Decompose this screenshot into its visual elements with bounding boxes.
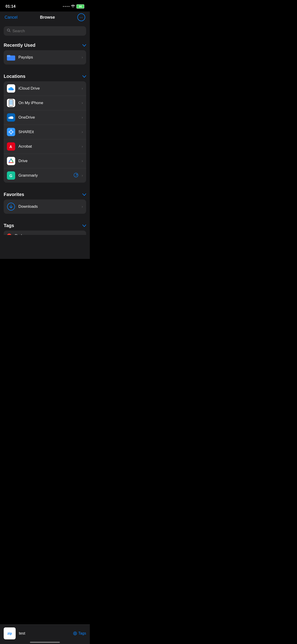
drive-label: Drive	[18, 159, 80, 163]
svg-point-6	[11, 106, 12, 106]
locations-section: Locations	[0, 70, 90, 183]
locations-chevron[interactable]	[82, 74, 86, 79]
svg-rect-3	[7, 55, 10, 57]
chevron-right-icon: ›	[82, 174, 83, 178]
list-item[interactable]: A Acrobat ›	[4, 139, 86, 154]
locations-title: Locations	[4, 74, 25, 79]
page-title: Browse	[40, 15, 55, 20]
favorites-list: Downloads ›	[4, 200, 86, 214]
locations-header: Locations	[0, 70, 90, 81]
chevron-right-icon: ›	[82, 144, 83, 148]
chevron-right-icon: ›	[82, 116, 83, 120]
list-item[interactable]: Payslips ›	[4, 50, 86, 64]
chevron-right-icon: ›	[82, 86, 83, 90]
list-item[interactable]: OneDrive ›	[4, 110, 86, 125]
svg-rect-5	[10, 100, 13, 105]
status-bar: 01:14 94	[0, 0, 90, 12]
recently-used-title: Recently Used	[4, 42, 36, 48]
tags-list: Red ›	[4, 230, 86, 235]
wifi-icon	[71, 4, 75, 8]
list-item[interactable]: Drive ›	[4, 154, 86, 168]
onedrive-icon	[7, 113, 15, 122]
payslips-label: Payslips	[18, 55, 80, 60]
favorites-chevron[interactable]	[82, 192, 86, 197]
search-bar[interactable]	[4, 26, 86, 36]
recently-used-header: Recently Used	[0, 40, 90, 50]
status-time: 01:14	[6, 4, 16, 9]
list-item[interactable]: On My iPhone ›	[4, 96, 86, 110]
grammarly-badges: ! ›	[74, 172, 83, 179]
on-my-iphone-label: On My iPhone	[18, 101, 80, 105]
tags-chevron[interactable]	[82, 223, 86, 228]
shareit-icon	[7, 128, 15, 136]
main-content: Recently Used Payslips ›	[0, 24, 90, 259]
tags-section: Tags Red ›	[0, 220, 90, 235]
navigation-bar: Cancel Browse ···	[0, 12, 90, 24]
tags-header: Tags	[0, 220, 90, 230]
list-item[interactable]: iCloud Drive ›	[4, 81, 86, 96]
ellipsis-icon: ···	[80, 15, 83, 20]
shareit-label: SHAREit	[18, 130, 80, 134]
iphone-device-icon	[7, 99, 15, 107]
acrobat-icon: A	[7, 142, 15, 151]
chevron-right-icon: ›	[82, 234, 83, 235]
favorites-section: Favorites Downloads ›	[0, 189, 90, 214]
svg-text:G: G	[10, 174, 12, 178]
acrobat-label: Acrobat	[18, 144, 80, 149]
folder-icon	[7, 53, 15, 62]
drive-icon	[7, 157, 15, 165]
chevron-right-icon: ›	[82, 204, 83, 209]
tags-title: Tags	[4, 223, 14, 228]
chevron-right-icon: ›	[82, 55, 83, 60]
red-tag-dot	[7, 234, 12, 235]
icloud-icon	[7, 84, 15, 92]
battery-icon: 94	[76, 4, 84, 8]
downloads-icon	[7, 202, 15, 211]
more-options-button[interactable]: ···	[77, 13, 85, 21]
search-input[interactable]	[12, 29, 83, 34]
signal-icon	[63, 6, 70, 7]
recently-used-section: Recently Used Payslips ›	[0, 40, 90, 64]
list-item[interactable]: Red ›	[4, 230, 86, 235]
list-item[interactable]: SHAREit ›	[4, 125, 86, 139]
recently-used-list: Payslips ›	[4, 50, 86, 64]
onedrive-label: OneDrive	[18, 115, 80, 120]
search-icon	[7, 28, 10, 34]
list-item[interactable]: Downloads ›	[4, 200, 86, 214]
list-item[interactable]: G Grammarly ! ›	[4, 168, 86, 183]
search-bar-container	[0, 24, 90, 40]
grammarly-label: Grammarly	[18, 173, 74, 178]
svg-line-1	[10, 31, 10, 32]
favorites-title: Favorites	[4, 192, 24, 197]
chevron-right-icon: ›	[82, 101, 83, 105]
status-icons: 94	[63, 4, 84, 8]
downloads-label: Downloads	[18, 204, 80, 209]
svg-text:A: A	[10, 145, 12, 149]
locations-list: iCloud Drive › On My iPhone ›	[4, 81, 86, 183]
grammarly-icon: G	[7, 171, 15, 180]
chevron-right-icon: ›	[82, 130, 83, 134]
red-tag-label: Red	[15, 234, 80, 235]
refresh-badge-icon: !	[74, 172, 78, 179]
cancel-button[interactable]: Cancel	[4, 15, 18, 20]
icloud-drive-label: iCloud Drive	[18, 86, 80, 91]
recently-used-chevron[interactable]	[82, 43, 86, 48]
chevron-right-icon: ›	[82, 159, 83, 163]
svg-text:!: !	[76, 175, 76, 176]
favorites-header: Favorites	[0, 189, 90, 200]
